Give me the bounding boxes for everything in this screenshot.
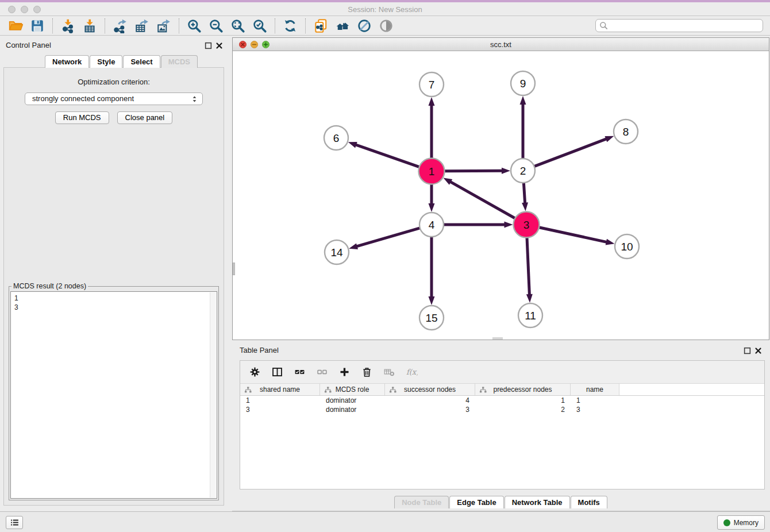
select-all-checkboxes-icon (294, 366, 306, 378)
graph-node-label-14: 14 (330, 246, 343, 259)
graph-arrowhead-1-2 (502, 168, 510, 174)
select-all-checkboxes-button[interactable] (293, 366, 306, 379)
tab-motifs[interactable]: Motifs (571, 496, 607, 508)
main-toolbar (0, 16, 770, 36)
column-header-shared-name[interactable]: shared name (240, 384, 320, 395)
graph-arrowhead-4-15 (429, 296, 435, 305)
column-layout-icon (271, 366, 283, 378)
tab-node-table[interactable]: Node Table (394, 496, 449, 508)
deselect-all-checkboxes-icon (316, 366, 328, 378)
home-network-overview-button[interactable] (332, 17, 353, 34)
zoom-in-button[interactable] (183, 17, 205, 34)
mcds-result-list[interactable]: 13 (10, 291, 217, 499)
delete-column-trash-icon (361, 366, 373, 378)
optimization-criterion-dropdown[interactable]: strongly connected component (25, 92, 203, 105)
table-cell[interactable]: 3 (385, 406, 475, 414)
tab-network-table[interactable]: Network Table (505, 496, 570, 508)
close-table-panel-icon[interactable] (754, 346, 763, 355)
show-graphics-details-icon (379, 18, 394, 33)
save-session-button[interactable] (26, 17, 48, 34)
hide-graphics-details-button[interactable] (353, 17, 375, 34)
graph-node-label-7: 7 (429, 79, 435, 91)
network-canvas[interactable]: 7968124314101511 (233, 51, 769, 340)
add-column-plus-button[interactable] (338, 366, 351, 379)
table-cell[interactable]: dominator (320, 406, 385, 414)
graph-edge-2-3[interactable] (523, 183, 525, 204)
import-network-from-file-button[interactable] (57, 17, 79, 34)
table-cell[interactable]: 4 (385, 396, 475, 404)
graph-edge-3-1[interactable] (450, 182, 515, 218)
duplicate-network-button[interactable] (310, 17, 332, 34)
table-row[interactable]: 1dominator411 (240, 396, 764, 405)
delete-column-trash-button[interactable] (360, 366, 373, 379)
control-panel-tabs: NetworkStyleSelectMCDS (45, 55, 198, 68)
tab-style[interactable]: Style (90, 55, 122, 68)
graph-arrowhead-2-9 (520, 96, 526, 105)
sort-hierarchy-icon (479, 386, 487, 394)
close-panel-button[interactable]: Close panel (117, 111, 173, 124)
table-cell[interactable]: 2 (475, 406, 571, 414)
column-header-label: MCDS role (336, 385, 369, 394)
tab-network[interactable]: Network (45, 55, 89, 68)
column-header-name[interactable]: name (571, 384, 619, 395)
table-cell[interactable]: 3 (571, 406, 619, 414)
mcds-result-line: 3 (14, 303, 213, 312)
zoom-selected-button[interactable] (249, 17, 271, 34)
result-scrollbar[interactable] (210, 292, 216, 498)
network-horizontal-scroll-grip[interactable] (492, 337, 503, 340)
open-session-button[interactable] (5, 17, 26, 34)
task-history-button[interactable] (6, 516, 23, 529)
zoom-out-icon (209, 18, 224, 33)
graph-edge-2-8[interactable] (534, 138, 607, 166)
network-graph[interactable]: 7968124314101511 (233, 51, 769, 340)
toolbar-separator (105, 18, 105, 33)
deselect-all-checkboxes-button[interactable] (315, 366, 328, 379)
import-table-from-file-button[interactable] (79, 17, 101, 34)
search-input[interactable] (608, 20, 763, 32)
graph-edge-4-14[interactable] (356, 228, 420, 246)
export-image-button[interactable] (153, 17, 175, 34)
toolbar-separator (179, 18, 179, 33)
graph-arrowhead-1-6 (348, 142, 357, 148)
tab-edge-table[interactable]: Edge Table (449, 496, 503, 508)
tab-mcds[interactable]: MCDS (161, 55, 198, 68)
graph-node-label-10: 10 (621, 241, 633, 253)
table-settings-gear-button[interactable] (248, 366, 261, 379)
memory-button[interactable]: Memory (717, 515, 765, 530)
table-cell[interactable]: dominator (320, 396, 385, 404)
table-body: 1dominator4113dominator323 (240, 396, 764, 414)
graph-arrowhead-4-14 (349, 243, 358, 249)
column-header-predecessor-nodes[interactable]: predecessor nodes (475, 384, 571, 395)
graph-node-label-1: 1 (429, 165, 435, 178)
graph-edge-3-11[interactable] (527, 237, 529, 295)
show-graphics-details-button[interactable] (375, 17, 397, 34)
network-vertical-scroll-grip[interactable] (233, 263, 235, 275)
table-cell[interactable]: 1 (571, 396, 619, 404)
table-cell[interactable]: 1 (475, 396, 571, 404)
save-session-icon (30, 18, 45, 33)
table-cell[interactable]: 3 (240, 406, 320, 414)
graph-edge-1-6[interactable] (355, 145, 419, 167)
graph-edge-3-10[interactable] (539, 228, 607, 242)
zoom-fit-content-button[interactable] (227, 17, 249, 34)
export-table-button[interactable] (131, 17, 153, 34)
table-cell[interactable]: 1 (240, 396, 320, 404)
column-header-successor-nodes[interactable]: successor nodes (385, 384, 475, 395)
column-header-MCDS-role[interactable]: MCDS role (320, 384, 385, 395)
close-panel-icon[interactable] (215, 41, 224, 50)
float-panel-icon[interactable] (204, 41, 213, 50)
graph-node-label-11: 11 (525, 310, 536, 322)
float-table-panel-icon[interactable] (743, 346, 752, 355)
zoom-out-button[interactable] (205, 17, 227, 34)
column-layout-button[interactable] (271, 366, 283, 379)
table-row[interactable]: 3dominator323 (240, 405, 764, 414)
refresh-view-button[interactable] (279, 17, 301, 34)
export-network-button[interactable] (109, 17, 131, 34)
graph-edge-1-2[interactable] (444, 171, 503, 171)
run-mcds-button[interactable]: Run MCDS (55, 111, 109, 124)
tab-select[interactable]: Select (123, 55, 160, 68)
network-window-titlebar[interactable]: scc.txt (233, 38, 769, 51)
mcds-result-fieldset: MCDS result (2 nodes) 13 (9, 282, 219, 500)
search-box[interactable] (595, 19, 763, 32)
control-panel-title: Control Panel (6, 41, 51, 49)
